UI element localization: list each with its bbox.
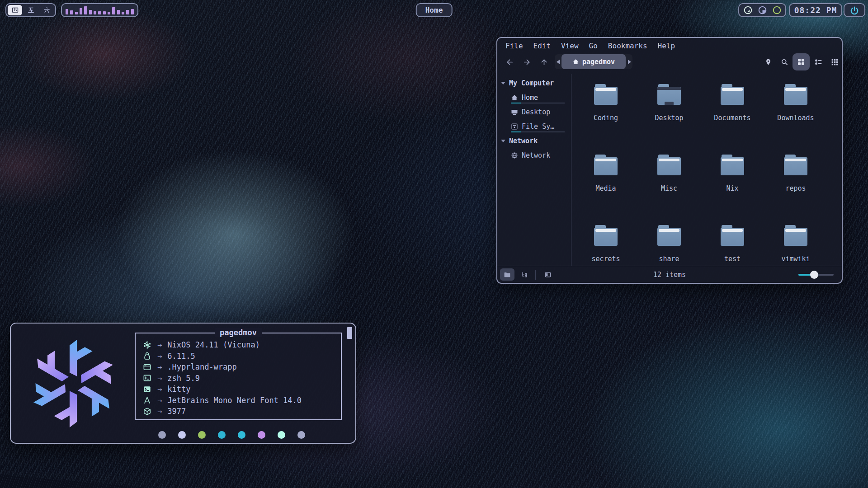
back-button[interactable] [503,55,516,69]
path-scroll-right-icon[interactable] [626,60,632,64]
menu-bookmarks[interactable]: Bookmarks [608,42,647,50]
visualizer-bar [131,9,134,14]
workspace-四[interactable] [8,5,22,15]
folder-icon [720,155,745,175]
folder-label: Misc [661,184,677,192]
workspace-六[interactable] [39,5,54,15]
power-button[interactable] [844,3,865,17]
visualizer-bar [80,8,82,14]
folder-downloads[interactable]: Downloads [764,79,827,149]
folder-repos[interactable]: repos [764,149,827,220]
packages-icon [143,407,155,416]
path-bar[interactable]: pagedmov [555,54,632,69]
dial-partial-icon[interactable] [743,5,753,15]
sidebar-section-network[interactable]: Network [497,134,571,148]
folder-nix[interactable]: Nix [701,149,764,220]
folder-grid: CodingDesktopDocumentsDownloadsMediaMisc… [571,74,842,266]
fetch-row: →JetBrains Mono Nerd Font 14.0 [143,395,334,406]
menu-view[interactable]: View [561,42,579,50]
folder-label: Nix [726,184,738,192]
workspaces-module [5,3,56,17]
sidebar-item-label: Desktop [522,108,550,116]
arrow-glyph: → [157,407,162,416]
visualizer-bar [122,12,124,14]
folder-icon [720,225,745,246]
menu-help[interactable]: Help [658,42,675,50]
expander-icon[interactable] [501,140,505,142]
arrow-glyph: → [157,340,162,349]
dial-empty-icon[interactable] [772,5,782,15]
palette-swatch [297,431,305,439]
network-icon [511,152,518,159]
shell-icon [143,374,155,382]
workspace-glyph-icon [27,6,35,14]
dial-quarter-icon[interactable] [758,5,767,15]
sidebar-item-home[interactable]: Home [497,90,571,105]
home-icon [511,94,518,101]
palette-swatch [218,431,226,439]
folder-media[interactable]: Media [574,149,637,220]
filesystem-icon [511,123,518,130]
list-view-button[interactable] [812,56,824,68]
sidebar-item-file-sy-[interactable]: File Sy… [497,119,571,134]
location-button[interactable] [762,56,774,68]
power-icon [850,6,859,15]
arrow-glyph: → [157,374,162,383]
palette-swatch [238,431,245,439]
status-separator [535,270,536,280]
fastfetch-rows: →NixOS 24.11 (Vicuna)→6.11.5→.Hyprland-w… [136,333,341,417]
folder-label: Media [595,184,616,192]
folder-icon [656,155,682,175]
expander-icon[interactable] [501,82,505,84]
terminal-color-palette [158,431,305,439]
visualizer-bar [70,10,73,14]
hostname-title: pagedmov [215,328,262,337]
compact-view-button[interactable] [829,56,840,68]
menu-file[interactable]: File [505,42,523,50]
visualizer-bar [126,10,129,14]
path-scroll-left-icon[interactable] [555,60,561,64]
path-segment-home[interactable]: pagedmov [561,54,626,69]
up-button[interactable] [537,55,551,69]
sidebar-item-desktop[interactable]: Desktop [497,105,571,119]
visualizer-bar [117,10,120,14]
palette-swatch [178,431,186,439]
search-button[interactable] [778,56,790,68]
sidebar-item-network[interactable]: Network [497,148,571,163]
folder-label: Desktop [655,114,683,122]
zoom-slider[interactable] [798,274,834,276]
side-pane-icon [544,271,552,278]
fetch-value: 3977 [167,407,186,416]
desktop-icon [511,108,518,116]
menu-edit[interactable]: Edit [533,42,551,50]
workspace-五[interactable] [24,5,38,15]
sidebar-section-label: Network [509,137,538,145]
toggle-side-pane-button[interactable] [541,268,555,281]
folder-label: share [659,255,679,263]
arrow-glyph: → [157,362,162,371]
show-places-button[interactable] [500,268,514,281]
workspace-glyph-icon [11,6,19,14]
terminal-icon [143,385,155,394]
folder-coding[interactable]: Coding [574,79,637,149]
toolbar: pagedmov [497,52,842,72]
sidebar-section-my-computer[interactable]: My Computer [497,76,571,90]
menu-go[interactable]: Go [589,42,598,50]
folder-misc[interactable]: Misc [637,149,701,220]
audio-visualizer [61,3,138,17]
workspace-glyph-icon [43,6,51,14]
fetch-value: NixOS 24.11 (Vicuna) [167,340,260,349]
icon-view-button[interactable] [793,53,810,70]
zoom-slider-knob[interactable] [810,271,818,279]
show-tree-button[interactable] [517,268,532,281]
back-icon [505,58,514,66]
sidebar-item-label: Network [522,151,550,160]
visualizer-bar [89,10,92,14]
path-segment-label: pagedmov [582,58,615,66]
clock[interactable]: 08:22 PM [789,3,842,17]
fetch-row: →3977 [143,406,334,417]
forward-button[interactable] [520,55,533,69]
folder-documents[interactable]: Documents [701,79,764,149]
folder-desktop[interactable]: Desktop [637,79,701,149]
list-view-icon [815,58,822,66]
